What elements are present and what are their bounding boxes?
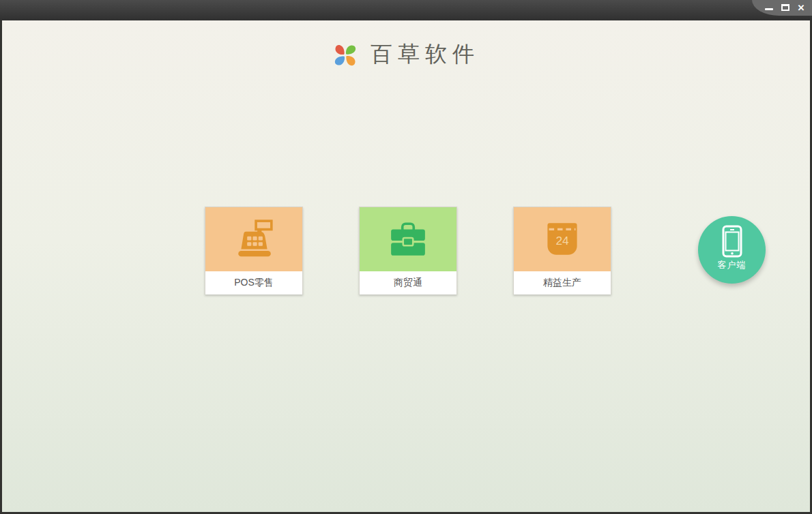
pos-tile bbox=[205, 207, 302, 271]
product-label: 商贸通 bbox=[360, 271, 456, 294]
main-content: 百草软件 bbox=[0, 20, 812, 514]
close-button[interactable]: ✕ bbox=[795, 2, 807, 13]
briefcase-icon bbox=[388, 222, 428, 257]
window-controls: ✕ bbox=[752, 0, 812, 16]
product-card-lean[interactable]: 24 精益生产 bbox=[513, 207, 611, 294]
app-title: 百草软件 bbox=[371, 40, 480, 70]
minimize-icon bbox=[765, 8, 773, 10]
lean-tile: 24 bbox=[514, 207, 611, 271]
app-brand: 百草软件 bbox=[2, 37, 810, 72]
close-icon: ✕ bbox=[798, 3, 805, 12]
client-label: 客户端 bbox=[718, 259, 746, 271]
maximize-button[interactable] bbox=[779, 2, 792, 13]
calendar-day-text: 24 bbox=[555, 234, 569, 247]
product-label: 精益生产 bbox=[514, 271, 611, 294]
trade-tile bbox=[360, 207, 456, 271]
pinwheel-logo-icon bbox=[332, 42, 358, 67]
smartphone-icon bbox=[722, 225, 742, 258]
app-window: ✕ 百草软件 bbox=[0, 0, 812, 514]
minimize-button[interactable] bbox=[763, 2, 775, 13]
mobile-client-button[interactable]: 客户端 bbox=[698, 216, 766, 284]
title-bar[interactable]: ✕ bbox=[0, 0, 812, 20]
product-label: POS零售 bbox=[205, 271, 302, 294]
cash-register-icon bbox=[233, 220, 275, 259]
product-card-pos[interactable]: POS零售 bbox=[205, 207, 303, 294]
calendar-icon: 24 bbox=[545, 221, 580, 258]
product-card-trade[interactable]: 商贸通 bbox=[359, 207, 457, 294]
maximize-icon bbox=[781, 4, 789, 11]
